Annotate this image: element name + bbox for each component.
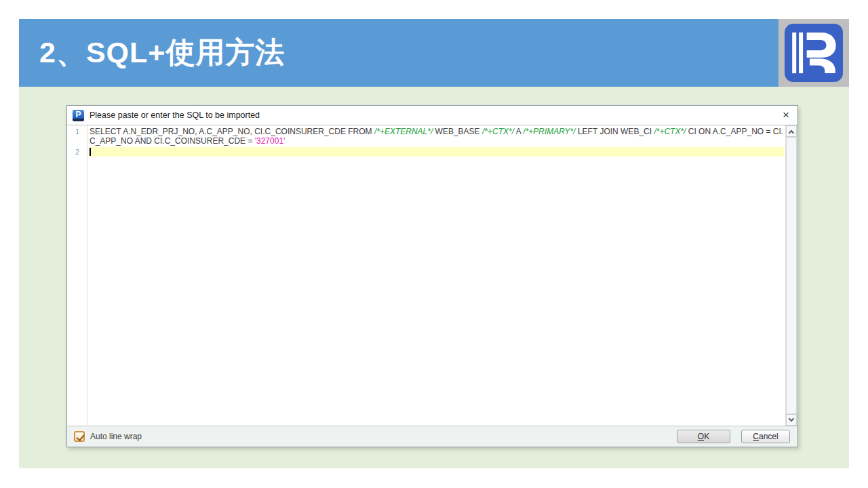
line-number: 1 [67,127,87,136]
dialog-title: Please paste or enter the SQL to be impo… [90,110,260,120]
auto-line-wrap-checkbox[interactable] [74,431,85,442]
sql-import-dialog: P Please paste or enter the SQL to be im… [66,105,798,447]
r-logo-icon [784,24,844,82]
line-number-gutter: 1 2 [67,125,87,426]
vertical-scrollbar[interactable] [785,125,797,426]
slide: 2、SQL+使用方法 P Please paste or enter the S… [0,0,868,488]
dialog-titlebar: P Please paste or enter the SQL to be im… [67,106,797,125]
close-icon[interactable]: × [778,108,793,123]
page-title: 2、SQL+使用方法 [39,33,285,73]
plsql-app-icon: P [73,110,84,121]
dialog-footer: Auto line wrap OK Cancel [67,426,797,447]
chevron-down-icon [789,415,794,421]
cancel-button[interactable]: Cancel [741,430,790,443]
scroll-up-button[interactable] [786,125,797,137]
ok-button[interactable]: OK [677,430,730,443]
logo-block [778,19,849,87]
sql-editor[interactable]: SELECT A.N_EDR_PRJ_NO, A.C_APP_NO, CI.C_… [88,125,785,426]
slide-header: 2、SQL+使用方法 [19,19,778,87]
auto-line-wrap-label: Auto line wrap [90,432,142,441]
line-number: 2 [67,147,87,157]
scroll-down-button[interactable] [786,414,797,426]
text-caret [90,148,91,156]
chevron-up-icon [789,129,794,135]
current-line-highlight [90,147,785,157]
sql-code-line: SELECT A.N_EDR_PRJ_NO, A.C_APP_NO, CI.C_… [90,127,785,146]
scrollbar-thumb[interactable] [786,137,797,414]
